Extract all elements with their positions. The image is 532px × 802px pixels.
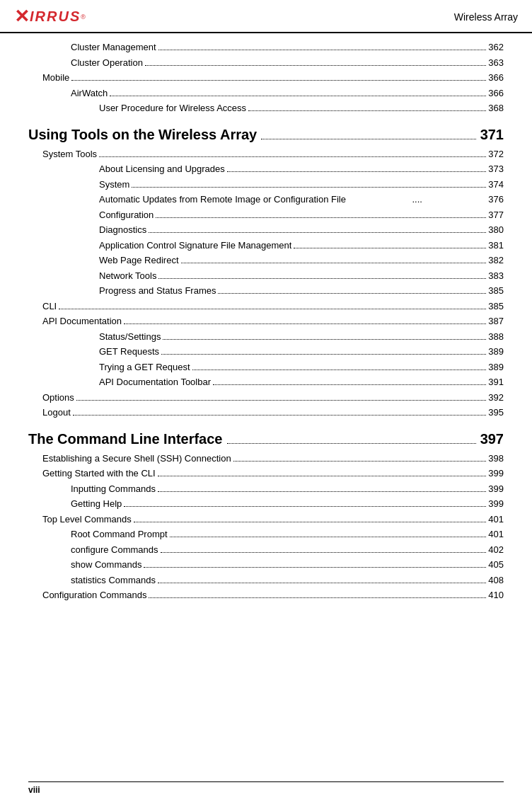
toc-page: 398: [488, 452, 504, 466]
toc-row-automatic-updates: Automatic Updates from Remote Image or C…: [28, 193, 504, 207]
toc-dots: [218, 293, 486, 294]
header-title: Wireless Array: [454, 11, 518, 23]
toc-label: GET Requests: [99, 345, 159, 359]
toc-dots: [73, 415, 487, 416]
toc-row-configuration-commands: Configuration Commands 410: [28, 588, 504, 602]
toc-dots: [161, 552, 487, 553]
toc-row-progress-status: Progress and Status Frames 385: [28, 284, 504, 298]
toc-row-cli: CLI 385: [28, 299, 504, 314]
toc-page: 408: [488, 573, 504, 588]
toc-content: Cluster Management 362 Cluster Operation…: [0, 33, 532, 625]
toc-row-show-commands: show Commands 405: [28, 558, 504, 572]
toc-page: 366: [488, 71, 504, 85]
toc-label: Diagnostics: [99, 223, 146, 237]
toc-ellipsis: ....: [410, 193, 424, 207]
toc-dots: [213, 384, 486, 385]
toc-dots: [158, 583, 486, 583]
toc-label: Top Level Commands: [42, 512, 132, 527]
toc-dots: [170, 537, 487, 537]
toc-page: 363: [488, 56, 504, 70]
toc-label: Root Command Prompt: [71, 527, 168, 542]
toc-dots: [233, 461, 487, 462]
toc-page: 373: [488, 162, 504, 176]
toc-row-system: System 374: [28, 178, 504, 192]
toc-dots: [156, 217, 486, 218]
toc-dots: [158, 50, 487, 50]
toc-page: 372: [488, 147, 504, 161]
toc-row-network-tools: Network Tools 383: [28, 269, 504, 283]
section2-heading-label: The Command Line Interface: [28, 431, 223, 447]
toc-row-statistics-commands: statistics Commands 408: [28, 573, 504, 588]
toc-page: 401: [488, 512, 504, 527]
page-header: ✕ IRRUS ® Wireless Array: [0, 0, 532, 33]
logo-registered: ®: [81, 13, 86, 21]
toc-label: Progress and Status Frames: [99, 284, 216, 298]
toc-row-user-procedure: User Procedure for Wireless Access 368: [28, 101, 504, 115]
toc-dots: [71, 80, 486, 81]
toc-label: System Tools: [42, 147, 97, 161]
toc-row-app-control: Application Control Signature File Manag…: [28, 239, 504, 253]
toc-dots: [158, 476, 487, 476]
toc-row-establishing-ssh: Establishing a Secure Shell (SSH) Connec…: [28, 452, 504, 466]
toc-dots: [163, 339, 486, 340]
toc-page: 377: [488, 208, 504, 222]
toc-label: statistics Commands: [71, 573, 156, 588]
toc-dots: [110, 96, 486, 96]
toc-label: Status/Settings: [99, 330, 161, 344]
toc-label: CLI: [42, 299, 57, 314]
toc-page: 395: [488, 406, 504, 420]
toc-dots: [149, 597, 486, 598]
toc-page: 380: [488, 223, 504, 237]
toc-label: Establishing a Secure Shell (SSH) Connec…: [42, 452, 231, 466]
toc-page: 374: [488, 178, 504, 192]
toc-dots: [59, 309, 486, 309]
toc-dots: [158, 278, 486, 279]
toc-label: Logout: [42, 406, 71, 420]
toc-row-getting-help: Getting Help 399: [28, 497, 504, 511]
toc-row-get-requests: GET Requests 389: [28, 345, 504, 359]
toc-page: 399: [488, 482, 504, 496]
toc-row-status-settings: Status/Settings 388: [28, 330, 504, 344]
toc-row-options: Options 392: [28, 391, 504, 405]
toc-label: About Licensing and Upgrades: [99, 162, 225, 176]
toc-label: Web Page Redirect: [99, 253, 179, 268]
section1-heading-label: Using Tools on the Wireless Array: [28, 127, 257, 143]
toc-page: 362: [488, 40, 504, 55]
toc-row-airwatch: AirWatch 366: [28, 86, 504, 101]
toc-label: Automatic Updates from Remote Image or C…: [99, 193, 346, 207]
toc-label: configure Commands: [71, 543, 158, 557]
toc-label: Network Tools: [99, 269, 156, 283]
toc-dots: [227, 171, 487, 172]
toc-page: 383: [488, 269, 504, 283]
toc-page: 405: [488, 558, 504, 572]
toc-dots: [192, 370, 487, 370]
toc-dots: [294, 248, 486, 248]
toc-row-configuration: Configuration 377: [28, 208, 504, 222]
toc-label: show Commands: [71, 558, 141, 572]
toc-page: 385: [488, 299, 504, 314]
toc-page: 401: [488, 527, 504, 542]
toc-page: 376: [488, 193, 504, 207]
toc-label: Cluster Operation: [71, 56, 143, 70]
toc-row-mobile: Mobile 366: [28, 71, 504, 85]
toc-dots: [248, 110, 486, 111]
toc-label: System: [99, 178, 129, 192]
toc-label: Mobile: [42, 71, 69, 85]
toc-label: Options: [42, 391, 74, 405]
section2-dots: [227, 443, 476, 444]
toc-label: API Documentation Toolbar: [99, 375, 211, 389]
toc-row-cluster-operation: Cluster Operation 363: [28, 56, 504, 70]
toc-label: Inputting Commands: [71, 482, 156, 496]
section1-page: 371: [480, 127, 504, 143]
page-container: ✕ IRRUS ® Wireless Array Cluster Managem…: [0, 0, 532, 802]
toc-label: Application Control Signature File Manag…: [99, 239, 291, 253]
toc-dots: [134, 522, 487, 522]
toc-row-system-tools: System Tools 372: [28, 147, 504, 161]
toc-page: 389: [488, 345, 504, 359]
toc-page: 366: [488, 86, 504, 101]
toc-page: 368: [488, 101, 504, 115]
toc-row-trying-get: Trying a GET Request 389: [28, 360, 504, 374]
toc-row-inputting-commands: Inputting Commands 399: [28, 482, 504, 496]
toc-row-logout: Logout 395: [28, 406, 504, 420]
toc-label: Configuration Commands: [42, 588, 146, 602]
